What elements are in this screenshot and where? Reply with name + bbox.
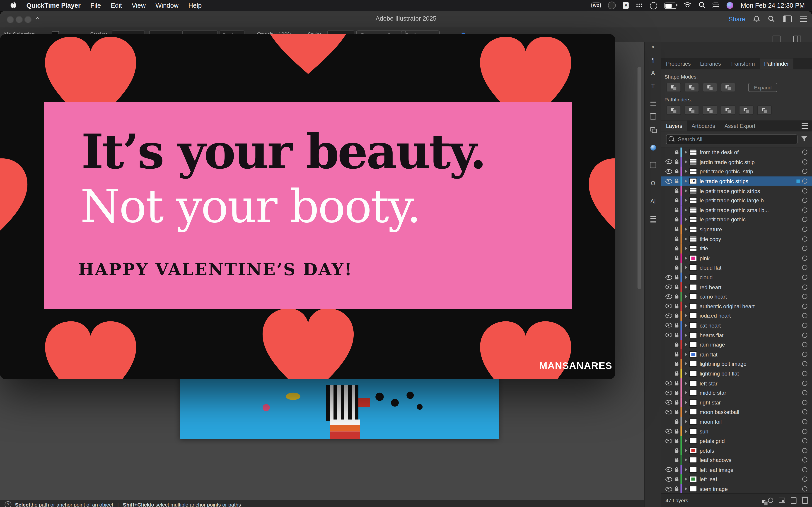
target-circle[interactable] bbox=[802, 207, 807, 213]
target-circle[interactable] bbox=[802, 477, 807, 482]
target-circle[interactable] bbox=[802, 467, 807, 472]
layer-row[interactable]: moon basketball bbox=[661, 407, 812, 417]
workspace-panels-icon[interactable] bbox=[783, 16, 792, 22]
visibility-toggle[interactable] bbox=[665, 352, 673, 357]
expand-chevron[interactable] bbox=[685, 314, 687, 317]
layer-row[interactable]: petals bbox=[661, 446, 812, 455]
lock-icon[interactable] bbox=[673, 372, 680, 376]
target-circle[interactable] bbox=[802, 390, 807, 395]
swatches-panel-icon[interactable] bbox=[649, 126, 657, 134]
visibility-toggle[interactable] bbox=[665, 419, 673, 424]
expand-chevron[interactable] bbox=[685, 333, 687, 337]
tab-transform[interactable]: Transform bbox=[726, 58, 760, 69]
text-doc-status-icon[interactable]: A bbox=[623, 2, 629, 9]
vertical-scrollbar[interactable] bbox=[638, 67, 641, 289]
unite-icon[interactable] bbox=[667, 83, 681, 92]
target-circle[interactable] bbox=[802, 342, 807, 347]
visibility-toggle[interactable] bbox=[665, 294, 673, 299]
menu-file[interactable]: File bbox=[90, 2, 101, 9]
expand-chevron[interactable] bbox=[685, 391, 687, 394]
visibility-toggle[interactable] bbox=[665, 169, 673, 174]
expand-chevron[interactable] bbox=[685, 420, 687, 423]
lock-icon[interactable] bbox=[673, 170, 680, 174]
lock-icon[interactable] bbox=[673, 410, 680, 414]
layer-row[interactable]: camo heart bbox=[661, 292, 812, 301]
color-panel-icon[interactable] bbox=[649, 143, 657, 152]
transform-panel-icon[interactable] bbox=[649, 161, 657, 169]
expand-chevron[interactable] bbox=[685, 430, 687, 433]
lock-icon[interactable] bbox=[673, 458, 680, 462]
target-circle[interactable] bbox=[802, 284, 807, 289]
layer-row[interactable]: rain flat bbox=[661, 349, 812, 359]
lock-icon[interactable] bbox=[673, 362, 680, 366]
lock-icon[interactable] bbox=[673, 487, 680, 491]
layer-row[interactable]: leaf shadows bbox=[661, 455, 812, 465]
exclude-icon[interactable] bbox=[721, 83, 735, 92]
visibility-toggle[interactable] bbox=[665, 208, 673, 212]
menu-help[interactable]: Help bbox=[188, 2, 202, 9]
target-circle[interactable] bbox=[802, 179, 807, 184]
minus-front-icon[interactable] bbox=[685, 83, 699, 92]
document-layout-icon[interactable] bbox=[794, 36, 801, 42]
layer-row[interactable]: jardin trade gothic strip bbox=[661, 157, 812, 167]
expand-chevron[interactable] bbox=[685, 189, 687, 192]
target-circle[interactable] bbox=[802, 448, 807, 453]
merge-icon[interactable] bbox=[703, 106, 717, 115]
control-center-icon[interactable] bbox=[713, 2, 720, 8]
visibility-toggle[interactable] bbox=[665, 342, 673, 347]
target-circle[interactable] bbox=[802, 381, 807, 386]
outline-icon[interactable] bbox=[739, 106, 754, 115]
visibility-toggle[interactable] bbox=[665, 487, 673, 491]
type-panel-icon[interactable]: T bbox=[649, 82, 657, 90]
visibility-toggle[interactable] bbox=[665, 284, 673, 289]
keyboard-grid-status-icon[interactable] bbox=[636, 3, 643, 8]
layer-row[interactable]: le petit trade gothic bbox=[661, 215, 812, 225]
layer-row[interactable]: left leaf image bbox=[661, 465, 812, 474]
target-circle[interactable] bbox=[802, 409, 807, 415]
layer-row[interactable]: lightning bolt flat bbox=[661, 369, 812, 379]
visibility-toggle[interactable] bbox=[665, 265, 673, 270]
expand-chevron[interactable] bbox=[685, 247, 687, 250]
collapse-dock-icon[interactable]: « bbox=[651, 44, 655, 50]
target-circle[interactable] bbox=[802, 159, 807, 165]
app-menu-icon[interactable] bbox=[800, 16, 807, 22]
lock-icon[interactable] bbox=[673, 275, 680, 279]
visibility-toggle[interactable] bbox=[665, 227, 673, 232]
layer-row[interactable]: right star bbox=[661, 397, 812, 407]
artboard-panel-icon[interactable] bbox=[649, 112, 657, 121]
visibility-toggle[interactable] bbox=[665, 236, 673, 241]
quicktime-window[interactable]: It’s your beauty. Not your booty. HAPPY … bbox=[0, 34, 615, 379]
lock-icon[interactable] bbox=[673, 419, 680, 424]
layer-row[interactable]: lightning bolt image bbox=[661, 359, 812, 369]
expand-chevron[interactable] bbox=[685, 487, 687, 491]
expand-chevron[interactable] bbox=[685, 151, 687, 154]
opentype-panel-icon[interactable]: O bbox=[649, 179, 657, 187]
new-layer-icon[interactable] bbox=[791, 497, 796, 504]
target-circle[interactable] bbox=[802, 236, 807, 241]
target-circle[interactable] bbox=[802, 294, 807, 299]
paragraph-panel-icon[interactable]: ¶ bbox=[649, 56, 657, 64]
layer-row[interactable]: sun bbox=[661, 427, 812, 436]
target-circle[interactable] bbox=[802, 438, 807, 443]
battery-icon[interactable] bbox=[664, 2, 676, 8]
character-panel-icon[interactable]: A| bbox=[649, 197, 657, 206]
layer-row[interactable]: cloud flat bbox=[661, 263, 812, 273]
visibility-toggle[interactable] bbox=[665, 188, 673, 193]
layer-row[interactable]: cloud bbox=[661, 273, 812, 282]
expand-button[interactable]: Expand bbox=[748, 83, 777, 92]
target-circle[interactable] bbox=[802, 246, 807, 251]
target-circle[interactable] bbox=[802, 303, 807, 309]
tab-pathfinder[interactable]: Pathfinder bbox=[759, 58, 794, 69]
target-circle[interactable] bbox=[802, 352, 807, 357]
lock-icon[interactable] bbox=[673, 333, 680, 337]
target-circle[interactable] bbox=[802, 487, 807, 492]
expand-chevron[interactable] bbox=[685, 478, 687, 481]
target-circle[interactable] bbox=[802, 361, 807, 367]
lock-icon[interactable] bbox=[673, 237, 680, 241]
layer-row[interactable]: signature bbox=[661, 224, 812, 234]
target-circle[interactable] bbox=[802, 265, 807, 270]
lock-icon[interactable] bbox=[673, 266, 680, 270]
expand-chevron[interactable] bbox=[685, 218, 687, 221]
lock-icon[interactable] bbox=[673, 391, 680, 395]
lock-icon[interactable] bbox=[673, 218, 680, 222]
